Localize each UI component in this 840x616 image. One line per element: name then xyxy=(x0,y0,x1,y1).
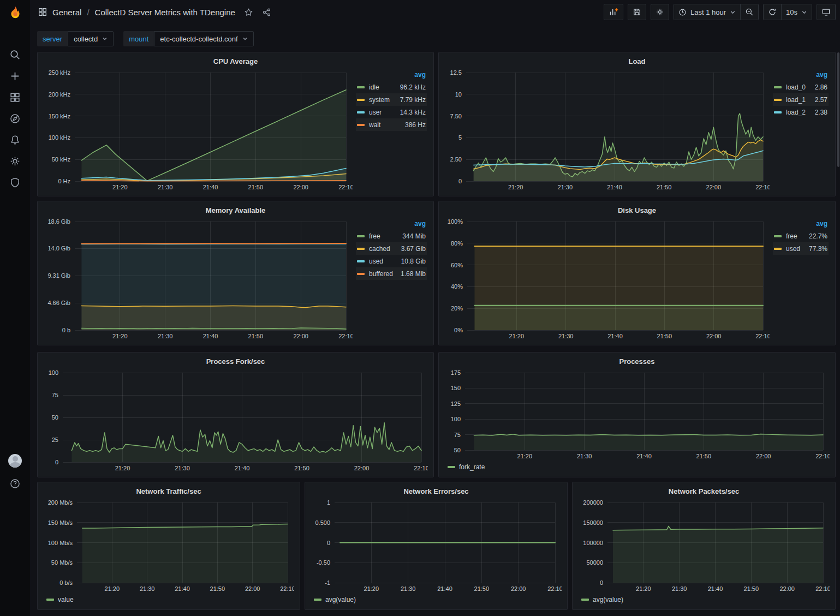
svg-text:20%: 20% xyxy=(451,305,463,312)
alerting-menu-item[interactable] xyxy=(9,134,22,146)
plus-icon xyxy=(9,70,21,82)
legend-series-label[interactable]: free xyxy=(369,232,397,240)
series-color-dash xyxy=(357,124,365,126)
svg-text:22:10: 22:10 xyxy=(815,585,830,592)
svg-text:100: 100 xyxy=(451,416,461,422)
panel-chart[interactable]: 507510012515017521:2021:3021:4021:5022:0… xyxy=(444,368,830,461)
panel-body: 0 Hz50 kHz100 kHz150 kHz200 kHz250 kHz21… xyxy=(43,68,428,192)
panel-title[interactable]: Processes xyxy=(444,355,830,368)
legend-series-label[interactable]: wait xyxy=(369,121,400,129)
panel-cpu-average: CPU Average0 Hz50 kHz100 kHz150 kHz200 k… xyxy=(37,52,434,196)
svg-text:21:20: 21:20 xyxy=(509,333,525,339)
legend-series-avg-value: 386 Hz xyxy=(405,121,426,129)
legend-avg-header[interactable]: avg xyxy=(773,218,829,230)
series-cached xyxy=(81,306,346,330)
svg-text:18.6 Gib: 18.6 Gib xyxy=(47,218,70,225)
panel-legend: avgidle96.2 kHzsystem7.79 kHzuser14.3 kH… xyxy=(353,68,428,192)
panel-legend: avgfree344 Mibcached3.67 Gibused10.8 Gib… xyxy=(353,217,428,341)
legend-item[interactable]: avg(value) xyxy=(314,596,356,603)
legend-series-label[interactable]: system xyxy=(369,96,395,104)
legend-series-label[interactable]: load_2 xyxy=(786,109,809,116)
panel-chart[interactable]: 0 b/s50 Mb/s100 Mb/s150 Mb/s200 Mb/s21:2… xyxy=(43,498,294,594)
panel-network-traffic-sec: Network Traffic/sec0 b/s50 Mb/s100 Mb/s1… xyxy=(37,482,300,610)
series-color-dash xyxy=(357,99,365,101)
grafana-logo[interactable] xyxy=(8,5,23,20)
legend-series-label[interactable]: free xyxy=(786,232,803,240)
svg-text:21:50: 21:50 xyxy=(696,453,712,459)
legend-series-label[interactable]: idle xyxy=(369,83,395,91)
legend-series-label[interactable]: value xyxy=(58,596,74,603)
help-menu-item[interactable] xyxy=(9,477,22,489)
svg-text:0 Hz: 0 Hz xyxy=(58,178,70,184)
legend-series-label[interactable]: fork_rate xyxy=(459,463,485,471)
panel-title[interactable]: CPU Average xyxy=(43,55,428,68)
svg-text:22:00: 22:00 xyxy=(706,184,722,190)
chart-canvas: 0 b/s50 Mb/s100 Mb/s150 Mb/s200 Mb/s21:2… xyxy=(43,498,294,594)
series-color-dash xyxy=(448,466,455,468)
legend-series-label[interactable]: cached xyxy=(369,245,396,253)
legend-series-label[interactable]: used xyxy=(786,245,803,253)
series-wait xyxy=(81,181,346,181)
legend-item[interactable]: avg(value) xyxy=(581,596,623,603)
panel-title[interactable]: Memory Available xyxy=(43,204,428,217)
legend-avg-header[interactable]: avg xyxy=(356,69,427,81)
configuration-menu-item[interactable] xyxy=(9,155,22,167)
svg-text:50: 50 xyxy=(52,414,58,421)
panel-chart[interactable]: 0 Hz50 kHz100 kHz150 kHz200 kHz250 kHz21… xyxy=(43,68,353,192)
legend-series-label[interactable]: used xyxy=(369,258,396,265)
chart-canvas: 05000010000015000020000021:2021:3021:402… xyxy=(578,498,830,594)
panel-chart[interactable]: 0 b4.66 Gib9.31 Gib14.0 Gib18.6 Gib21:20… xyxy=(43,217,353,341)
panel-title[interactable]: Load xyxy=(444,55,830,68)
panel-chart[interactable]: 05000010000015000020000021:2021:3021:402… xyxy=(578,498,830,594)
series-buffered xyxy=(81,243,346,244)
panel-title[interactable]: Network Packets/sec xyxy=(578,485,830,498)
explore-menu-item[interactable] xyxy=(9,112,22,124)
svg-text:50 kHz: 50 kHz xyxy=(52,156,70,163)
legend-series-label[interactable]: avg(value) xyxy=(325,596,356,603)
panel-title[interactable]: Network Traffic/sec xyxy=(43,485,294,498)
legend-series-label[interactable]: buffered xyxy=(369,270,395,278)
svg-text:9.31 Gib: 9.31 Gib xyxy=(47,272,70,279)
panel-chart[interactable]: 0%20%40%60%80%100%21:2021:3021:4021:5022… xyxy=(444,217,770,341)
legend-item[interactable]: value xyxy=(46,596,74,603)
legend-item: load_12.57 xyxy=(773,93,829,106)
user-avatar[interactable] xyxy=(8,454,22,468)
panel-legend: avg(value) xyxy=(578,594,830,606)
svg-text:50: 50 xyxy=(454,447,461,453)
panel-chart[interactable]: 025507510021:2021:3021:4021:5022:0022:10 xyxy=(43,368,428,473)
svg-text:175: 175 xyxy=(451,369,461,376)
scrollbar-thumb[interactable] xyxy=(837,52,839,167)
svg-text:150: 150 xyxy=(451,385,461,391)
legend-series-avg-value: 2.86 xyxy=(815,83,827,91)
svg-text:21:30: 21:30 xyxy=(577,453,592,459)
legend-item[interactable]: fork_rate xyxy=(448,463,485,471)
panel-title[interactable]: Process Fork/sec xyxy=(43,355,428,368)
legend-avg-header[interactable]: avg xyxy=(356,218,427,230)
legend-series-label[interactable]: user xyxy=(369,109,395,116)
compass-icon xyxy=(9,113,21,124)
chart-canvas: -1-0.5000.500121:2021:3021:4021:5022:002… xyxy=(311,498,562,594)
legend-series-label[interactable]: load_1 xyxy=(786,96,809,104)
panel-title[interactable]: Network Errors/sec xyxy=(311,485,562,498)
panel-chart[interactable]: 02.5057.501012.521:2021:3021:4021:5022:0… xyxy=(444,68,770,192)
svg-text:200 Mb/s: 200 Mb/s xyxy=(48,499,73,506)
series-color-dash xyxy=(357,260,365,262)
legend-series-avg-value: 22.7% xyxy=(809,232,827,240)
svg-text:100: 100 xyxy=(49,369,58,376)
legend-avg-header[interactable]: avg xyxy=(773,69,829,81)
search-menu-item[interactable] xyxy=(9,49,22,61)
chart-canvas: 0 Hz50 kHz100 kHz150 kHz200 kHz250 kHz21… xyxy=(43,68,353,192)
panel-chart[interactable]: -1-0.5000.500121:2021:3021:4021:5022:002… xyxy=(311,498,562,594)
svg-text:21:50: 21:50 xyxy=(248,184,264,190)
legend-series-label[interactable]: load_0 xyxy=(786,83,809,91)
svg-text:22:10: 22:10 xyxy=(338,333,353,339)
panel-title[interactable]: Disk Usage xyxy=(444,204,830,217)
legend-series-label[interactable]: avg(value) xyxy=(593,596,623,603)
create-menu-item[interactable] xyxy=(9,70,22,82)
server-admin-menu-item[interactable] xyxy=(9,176,22,188)
series-color-dash xyxy=(774,99,782,101)
panel-body: 507510012515017521:2021:3021:4021:5022:0… xyxy=(444,368,830,461)
svg-text:50000: 50000 xyxy=(586,559,603,566)
legend-item: used10.8 Gib xyxy=(356,255,427,267)
dashboards-menu-item[interactable] xyxy=(9,91,22,103)
